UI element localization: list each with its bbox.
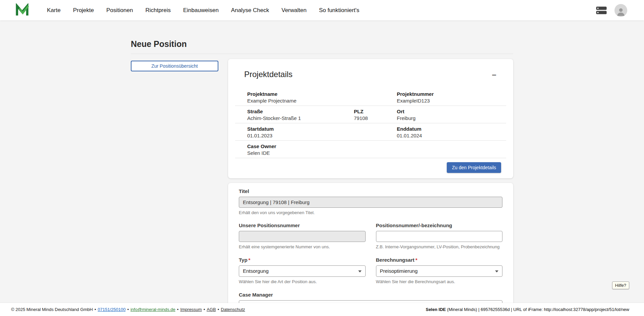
impressum-link[interactable]: Impressum (180, 307, 202, 312)
project-details-table: Projektname Example Projectname Projektn… (235, 88, 506, 158)
page-title: Neue Position (131, 20, 513, 49)
copyright-text: © 2025 Mineral Minds Deutschland GmbH (11, 307, 93, 312)
unsere-positionsnummer-input (239, 231, 366, 242)
separator-dot: • (204, 307, 205, 312)
table-row: Projektname Example Projectname Projektn… (235, 88, 506, 106)
navbar-right-actions (596, 4, 627, 17)
left-column: Zur Positionsübersicht (131, 59, 228, 71)
unsere-positionsnummer-helper-text: Erhält eine systemgenerierte Nummer von … (239, 244, 366, 250)
positionsnummer-label: Positionsnummer/-bezeichnung (376, 223, 503, 229)
case-manager-input[interactable] (239, 300, 502, 303)
nav-item-positionen[interactable]: Positionen (106, 7, 133, 14)
nav-item-einbauweisen[interactable]: Einbauweisen (183, 7, 219, 14)
titel-label: Titel (239, 188, 502, 194)
field-plz: PLZ 79108 (354, 106, 397, 123)
right-column: Projektdetails − Projektname Example Pro… (228, 59, 513, 303)
required-asterisk: * (249, 257, 251, 263)
main-navigation: Karte Projekte Positionen Richtpreis Ein… (47, 7, 359, 14)
new-position-form-card: Titel Erhält den von uns vorgegebenen Ti… (228, 183, 513, 303)
app-window: Karte Projekte Positionen Richtpreis Ein… (0, 0, 644, 316)
help-button[interactable]: Hilfe? (612, 281, 629, 289)
agb-link[interactable]: AGB (207, 307, 216, 312)
go-to-project-details-button[interactable]: Zu den Projektdetails (447, 162, 501, 173)
field-projektnummer: Projektnummer ExampleID123 (397, 88, 506, 106)
typ-select-value: Entsorgung (243, 268, 269, 274)
back-to-positions-button[interactable]: Zur Positionsübersicht (131, 61, 218, 71)
user-avatar-icon[interactable] (614, 4, 627, 17)
berechnungsart-label: Berechnungsart* (376, 257, 503, 263)
nav-item-verwalten[interactable]: Verwalten (281, 7, 307, 14)
required-asterisk: * (416, 257, 418, 263)
case-manager-label: Case Manager (239, 292, 502, 298)
positionsnummer-helper-text: Z.B. Interne-Vorgangsnummer, LV-Position… (376, 244, 503, 250)
field-case-owner: Case Owner Selen IDE (247, 141, 354, 158)
main-content: Neue Position Zur Positionsübersicht Pro… (0, 20, 644, 303)
separator-dot: • (95, 307, 96, 312)
chevron-down-icon (495, 270, 498, 272)
datenschutz-link[interactable]: Datenschutz (221, 307, 245, 312)
chevron-down-icon (358, 270, 362, 272)
typ-label: Typ* (239, 257, 366, 263)
separator-dot: • (127, 307, 129, 312)
titel-input (239, 197, 502, 208)
table-row: Case Owner Selen IDE (235, 141, 506, 158)
table-row: Straße Achim-Stocker-Straße 1 PLZ 79108 … (235, 106, 506, 123)
nav-item-karte[interactable]: Karte (47, 7, 61, 14)
titel-helper-text: Erhält den von uns vorgegebenen Titel. (239, 210, 502, 215)
positionsnummer-input[interactable] (376, 231, 503, 242)
title-divider (131, 54, 513, 54)
footer-session-details: (Mineral Minds) | 69576255536d | URL of … (446, 307, 629, 312)
project-details-card: Projektdetails − Projektname Example Pro… (228, 59, 513, 178)
table-row: Startdatum 01.01.2023 Enddatum 01.01.202… (235, 123, 506, 141)
unsere-positionsnummer-field-group: Unsere Positionsnummer Erhält eine syste… (239, 223, 366, 250)
footer-left: © 2025 Mineral Minds Deutschland GmbH • … (11, 307, 245, 312)
footer-session-info: Selen IDE (Mineral Minds) | 69576255536d… (426, 307, 629, 312)
email-link[interactable]: info@mineral-minds.de (130, 307, 175, 312)
page-footer: © 2025 Mineral Minds Deutschland GmbH • … (0, 303, 644, 316)
nav-item-richtpreis[interactable]: Richtpreis (145, 7, 171, 14)
berechnungsart-field-group: Berechnungsart* Preisoptimierung Wählen … (376, 257, 503, 285)
collapse-minus-icon[interactable]: − (488, 70, 500, 80)
footer-user-name: Selen IDE (426, 307, 446, 312)
nav-item-analyse-check[interactable]: Analyse Check (231, 7, 269, 14)
field-enddatum: Enddatum 01.01.2024 (397, 123, 506, 140)
server-icon[interactable] (596, 6, 607, 15)
field-startdatum: Startdatum 01.01.2023 (247, 123, 354, 140)
positionsnummer-field-group: Positionsnummer/-bezeichnung Z.B. Intern… (376, 223, 503, 250)
berechnungsart-select-value: Preisoptimierung (380, 268, 418, 274)
separator-dot: • (218, 307, 219, 312)
nav-item-projekte[interactable]: Projekte (73, 7, 94, 14)
typ-select[interactable]: Entsorgung (239, 265, 366, 277)
separator-dot: • (177, 307, 179, 312)
project-details-title: Projektdetails (244, 70, 292, 79)
case-manager-field-group: Case Manager (239, 292, 502, 303)
field-projektname: Projektname Example Projectname (247, 88, 354, 106)
titel-field-group: Titel Erhält den von uns vorgegebenen Ti… (239, 188, 502, 215)
phone-link[interactable]: 07151/250100 (98, 307, 125, 312)
typ-helper-text: Wählen Sie hier die Art der Position aus… (239, 279, 366, 285)
mineral-minds-logo-icon[interactable] (15, 3, 29, 17)
berechnungsart-select[interactable]: Preisoptimierung (376, 265, 503, 277)
field-ort: Ort Freiburg (397, 106, 506, 123)
unsere-positionsnummer-label: Unsere Positionsnummer (239, 223, 366, 229)
logo-svg (15, 3, 29, 17)
typ-field-group: Typ* Entsorgung Wählen Sie hier die Art … (239, 257, 366, 285)
field-strasse: Straße Achim-Stocker-Straße 1 (247, 106, 354, 123)
top-navbar: Karte Projekte Positionen Richtpreis Ein… (0, 0, 644, 20)
berechnungsart-helper-text: Wählen Sie hier die Berechnungsart aus. (376, 279, 503, 285)
nav-item-so-funktionierts[interactable]: So funktioniert's (319, 7, 359, 14)
